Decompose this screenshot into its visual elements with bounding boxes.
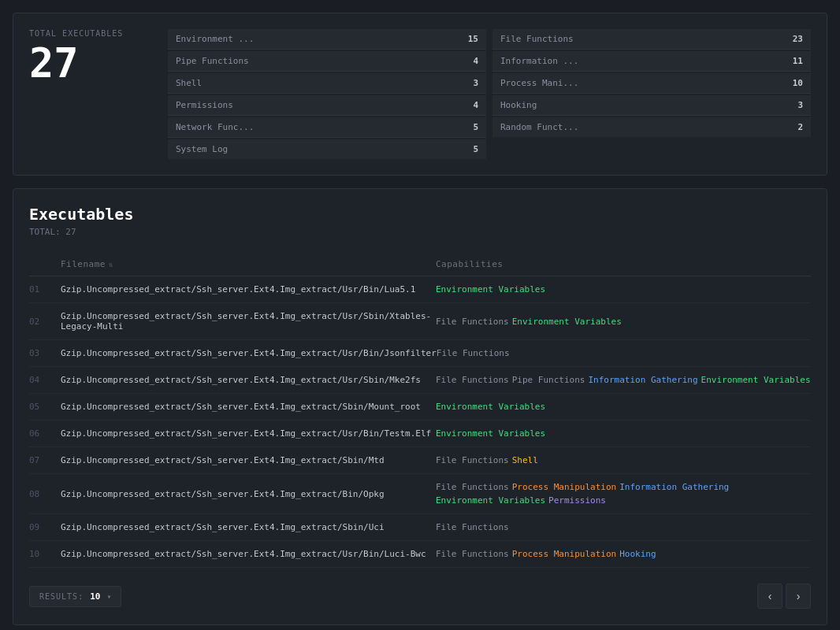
capability-tag: Information Gathering <box>619 482 729 492</box>
stat-label: Shell <box>176 78 202 88</box>
row-number: 07 <box>29 455 61 465</box>
capability-tag: File Functions <box>436 482 509 492</box>
table-row[interactable]: 08 Gzip.Uncompressed_extract/Ssh_server.… <box>29 474 811 514</box>
col-capabilities-header: Capabilities <box>436 259 811 269</box>
table-row[interactable]: 01 Gzip.Uncompressed_extract/Ssh_server.… <box>29 276 811 303</box>
capability-tag: Pipe Functions <box>512 375 585 385</box>
row-number: 10 <box>29 549 61 559</box>
stat-row: Information ...11 <box>492 51 811 72</box>
next-page-button[interactable]: › <box>786 584 811 609</box>
stat-row: Pipe Functions4 <box>168 51 486 72</box>
stat-value: 4 <box>473 56 478 66</box>
table-row[interactable]: 05 Gzip.Uncompressed_extract/Ssh_server.… <box>29 394 811 421</box>
row-number: 08 <box>29 489 61 499</box>
stat-value: 10 <box>793 78 803 88</box>
stat-label: Random Funct... <box>500 122 578 132</box>
table-row[interactable]: 03 Gzip.Uncompressed_extract/Ssh_server.… <box>29 340 811 367</box>
table-container: Filename ⇅ Capabilities 01 Gzip.Uncompre… <box>29 253 811 568</box>
row-filename: Gzip.Uncompressed_extract/Ssh_server.Ext… <box>61 348 437 358</box>
stat-row: Network Func...5 <box>168 117 486 138</box>
stat-value: 5 <box>473 122 478 132</box>
table-row[interactable]: 06 Gzip.Uncompressed_extract/Ssh_server.… <box>29 421 811 447</box>
capability-tag: Information Gathering <box>588 375 697 385</box>
table-row[interactable]: 04 Gzip.Uncompressed_extract/Ssh_server.… <box>29 367 811 394</box>
stat-label: Hooking <box>500 100 537 110</box>
capability-tag: Permissions <box>548 495 606 506</box>
table-row[interactable]: 02 Gzip.Uncompressed_extract/Ssh_server.… <box>29 303 811 340</box>
total-count: 27 <box>29 43 155 83</box>
row-number: 04 <box>29 375 61 385</box>
stat-row: Process Mani...10 <box>492 73 811 94</box>
stat-label: File Functions <box>500 34 574 44</box>
row-capabilities: File FunctionsProcess ManipulationHookin… <box>436 549 811 559</box>
capability-tag: File Functions <box>437 348 510 358</box>
row-filename: Gzip.Uncompressed_extract/Ssh_server.Ext… <box>61 284 436 295</box>
stat-row: Random Funct...2 <box>492 117 811 137</box>
stat-label: Environment ... <box>176 34 254 44</box>
bottom-panel: Executables TOTAL: 27 Filename ⇅ Capabil… <box>13 188 827 625</box>
stats-columns: Environment ...15Pipe Functions4Shell3Pe… <box>168 29 811 159</box>
stat-row: Shell3 <box>168 73 486 94</box>
row-capabilities: Environment Variables <box>436 284 811 295</box>
col-filename-header[interactable]: Filename ⇅ <box>61 259 436 269</box>
stat-value: 4 <box>473 100 478 110</box>
row-number: 02 <box>29 317 61 327</box>
row-filename: Gzip.Uncompressed_extract/Ssh_server.Ext… <box>61 428 436 439</box>
stat-value: 11 <box>793 56 803 66</box>
stat-value: 23 <box>793 34 803 44</box>
row-number: 03 <box>29 348 61 358</box>
stat-value: 5 <box>473 144 478 154</box>
capability-tag: File Functions <box>436 522 509 532</box>
stat-label: Pipe Functions <box>176 56 249 66</box>
stat-label: Network Func... <box>176 122 254 132</box>
col-num <box>29 259 61 269</box>
capability-tag: Environment Variables <box>701 375 811 385</box>
stats-left: Environment ...15Pipe Functions4Shell3Pe… <box>168 29 486 159</box>
row-capabilities: File FunctionsPipe FunctionsInformation … <box>436 375 811 385</box>
stat-label: Process Mani... <box>500 78 578 88</box>
row-number: 09 <box>29 522 61 532</box>
row-number: 01 <box>29 284 61 295</box>
stat-value: 3 <box>473 78 478 88</box>
table-body: 01 Gzip.Uncompressed_extract/Ssh_server.… <box>29 276 811 568</box>
stat-row: Hooking3 <box>492 95 811 116</box>
table-header: Filename ⇅ Capabilities <box>29 253 811 276</box>
row-capabilities: File FunctionsShell <box>436 455 811 465</box>
stat-value: 15 <box>468 34 478 44</box>
capability-tag: File Functions <box>436 317 509 327</box>
row-filename: Gzip.Uncompressed_extract/Ssh_server.Ext… <box>61 522 436 532</box>
results-value: 10 <box>90 591 100 602</box>
row-capabilities: Environment Variables <box>436 428 811 439</box>
stat-row: System Log5 <box>168 139 486 159</box>
stat-label: Permissions <box>176 100 233 110</box>
pagination-buttons: ‹ › <box>757 584 811 609</box>
row-capabilities: File Functions <box>437 348 811 358</box>
table-row[interactable]: 09 Gzip.Uncompressed_extract/Ssh_server.… <box>29 514 811 541</box>
section-subtitle: TOTAL: 27 <box>29 227 811 237</box>
stat-label: System Log <box>176 144 228 154</box>
results-select[interactable]: RESULTS: 10 ▾ <box>29 586 121 607</box>
stat-row: Permissions4 <box>168 95 486 116</box>
chevron-down-icon: ▾ <box>106 592 111 601</box>
row-filename: Gzip.Uncompressed_extract/Ssh_server.Ext… <box>61 489 436 499</box>
table-row[interactable]: 10 Gzip.Uncompressed_extract/Ssh_server.… <box>29 541 811 568</box>
sort-icon: ⇅ <box>109 261 113 269</box>
pagination-bar: RESULTS: 10 ▾ ‹ › <box>29 584 811 609</box>
stat-value: 2 <box>797 122 803 132</box>
capability-tag: Process Manipulation <box>512 549 616 559</box>
capability-tag: Environment Variables <box>512 317 622 327</box>
capability-tag: Environment Variables <box>436 495 545 506</box>
stat-label: Information ... <box>500 56 578 66</box>
capability-tag: Process Manipulation <box>512 482 616 492</box>
top-panel: TOTAL EXECUTABLES 27 Environment ...15Pi… <box>13 13 827 176</box>
capability-tag: File Functions <box>436 375 509 385</box>
row-filename: Gzip.Uncompressed_extract/Ssh_server.Ext… <box>61 402 436 412</box>
table-row[interactable]: 07 Gzip.Uncompressed_extract/Ssh_server.… <box>29 447 811 474</box>
row-number: 06 <box>29 428 61 439</box>
prev-page-button[interactable]: ‹ <box>757 584 782 609</box>
results-label: RESULTS: <box>39 592 84 601</box>
row-filename: Gzip.Uncompressed_extract/Ssh_server.Ext… <box>61 311 436 332</box>
row-capabilities: File FunctionsEnvironment Variables <box>436 317 811 327</box>
stat-value: 3 <box>797 100 803 110</box>
total-executables-label: TOTAL EXECUTABLES <box>29 29 155 38</box>
